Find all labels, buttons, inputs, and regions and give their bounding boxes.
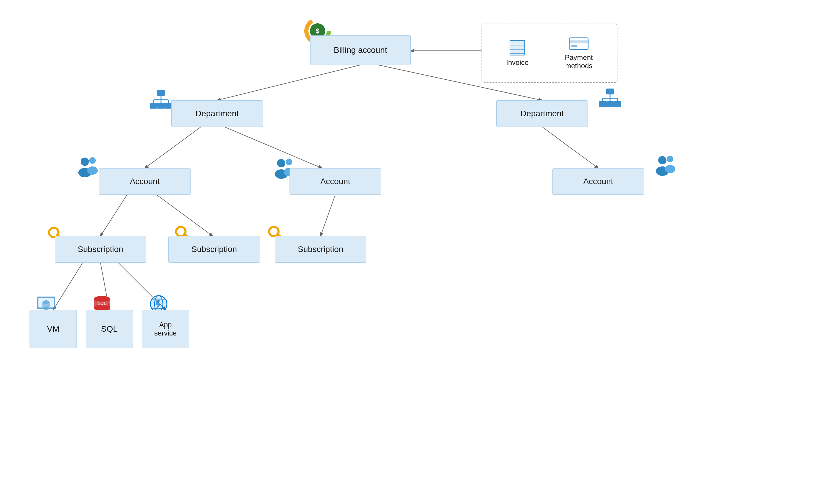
svg-rect-43 (614, 101, 621, 107)
svg-rect-24 (569, 40, 588, 43)
account-node-3: Account (552, 168, 644, 195)
department-icon-1 (148, 89, 174, 116)
subscription-node-2: Subscription (168, 236, 260, 263)
svg-rect-23 (569, 38, 588, 50)
svg-point-52 (658, 156, 666, 164)
subscription-node-3: Subscription (275, 236, 366, 263)
account-label-1: Account (130, 177, 159, 186)
svg-rect-16 (510, 40, 525, 55)
svg-rect-25 (571, 45, 577, 47)
billing-account-label: Billing account (334, 46, 387, 55)
svg-rect-42 (606, 101, 614, 107)
invoice-box: Invoice Payment methods (481, 24, 617, 83)
account-node-2: Account (290, 168, 381, 195)
svg-rect-35 (606, 89, 614, 94)
person-icon-3 (653, 155, 681, 180)
svg-rect-26 (157, 90, 165, 96)
svg-point-54 (667, 156, 673, 162)
svg-point-48 (277, 159, 285, 167)
svg-rect-33 (157, 103, 165, 109)
account-label-3: Account (583, 177, 613, 186)
sql-label: SQL (101, 324, 118, 334)
subscription-node-1: Subscription (55, 236, 146, 263)
invoice-item: Invoice (506, 40, 529, 67)
department-label-2: Department (520, 109, 564, 118)
svg-point-55 (665, 165, 675, 173)
svg-line-2 (145, 127, 201, 168)
svg-line-4 (542, 127, 598, 168)
subscription-label-2: Subscription (191, 245, 237, 254)
department-label-1: Department (195, 109, 239, 118)
svg-text:SQL: SQL (98, 301, 106, 305)
svg-line-0 (217, 65, 360, 100)
subscription-label-1: Subscription (78, 245, 123, 254)
subscription-label-3: Subscription (298, 245, 343, 254)
payment-methods-item: Payment methods (565, 36, 593, 70)
svg-point-47 (87, 166, 98, 175)
department-node-2: Department (496, 100, 588, 127)
app-service-label: App service (154, 321, 177, 337)
diagram-container: $ Billing account Invoice (0, 0, 839, 504)
department-node-1: Department (171, 100, 263, 127)
billing-account-node: Billing account (310, 35, 411, 65)
department-icon-2 (597, 87, 623, 115)
svg-point-46 (89, 157, 96, 164)
svg-line-7 (321, 195, 335, 236)
payment-methods-label: Payment methods (565, 53, 593, 70)
sql-node: SQL (86, 310, 133, 348)
svg-rect-41 (599, 101, 606, 107)
svg-text:$: $ (316, 27, 319, 35)
svg-line-5 (100, 195, 127, 236)
account-label-2: Account (320, 177, 350, 186)
vm-node: VM (30, 310, 77, 348)
invoice-label: Invoice (506, 58, 529, 67)
app-service-node: App service (142, 310, 189, 348)
account-node-1: Account (99, 168, 191, 195)
svg-point-44 (81, 158, 89, 166)
vm-label: VM (47, 324, 59, 334)
svg-rect-32 (150, 103, 157, 109)
svg-point-50 (286, 159, 292, 165)
